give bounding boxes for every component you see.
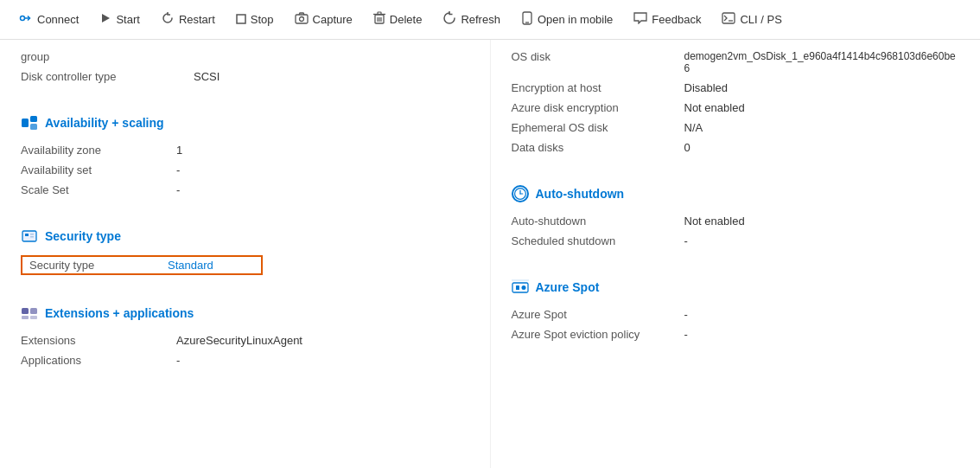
delete-button[interactable]: Delete xyxy=(365,6,431,33)
extensions-title: Extensions + applications xyxy=(21,305,469,322)
prop-label: Data disks xyxy=(512,138,684,157)
prop-value: - xyxy=(176,160,469,180)
right-column: OS disk demogen2vm_OsDisk_1_e960a4f1414b… xyxy=(491,40,981,468)
prop-value: Not enabled xyxy=(684,98,960,118)
prop-value: N/A xyxy=(684,118,960,138)
start-label: Start xyxy=(116,13,139,26)
start-icon xyxy=(99,12,111,27)
os-disk-prop: OS disk demogen2vm_OsDisk_1_e960a4f1414b… xyxy=(512,47,960,78)
refresh-button[interactable]: Refresh xyxy=(434,6,509,33)
autoshutdown-icon xyxy=(512,185,529,202)
table-row: Scheduled shutdown- xyxy=(512,231,960,251)
svg-rect-20 xyxy=(25,234,29,236)
refresh-label: Refresh xyxy=(461,13,500,26)
autoshutdown-title: Auto-shutdown xyxy=(512,185,960,202)
svg-rect-23 xyxy=(22,308,29,314)
os-disk-value: demogen2vm_OsDisk_1_e960a4f1414b4c968103… xyxy=(684,50,960,74)
svg-point-32 xyxy=(521,285,525,290)
refresh-icon xyxy=(442,11,456,28)
prop-label: Ephemeral OS disk xyxy=(512,118,684,138)
stop-icon xyxy=(236,13,246,27)
security-section: Security type Security type Standard xyxy=(21,215,469,277)
svg-rect-14 xyxy=(722,13,735,23)
restart-label: Restart xyxy=(179,13,215,26)
prop-label: Azure Spot xyxy=(512,305,684,324)
svg-rect-26 xyxy=(30,316,37,319)
stop-label: Stop xyxy=(251,13,274,26)
svg-point-0 xyxy=(21,16,25,21)
disk-controller-prop: Disk controller type SCSI xyxy=(21,67,469,87)
prop-label: Applications xyxy=(21,350,176,370)
security-type-label: Security type xyxy=(29,259,168,272)
prop-value: AzureSecurityLinuxAgent xyxy=(176,330,469,350)
toolbar: Connect Start Restart Stop Ca xyxy=(0,0,980,40)
extensions-icon xyxy=(21,305,38,322)
prop-label: Scale Set xyxy=(21,180,176,200)
svg-point-5 xyxy=(299,17,303,22)
svg-rect-22 xyxy=(30,236,34,238)
group-label: group xyxy=(21,50,194,63)
feedback-label: Feedback xyxy=(652,13,701,26)
azurespot-title: Azure Spot xyxy=(512,279,960,296)
content-area: group Disk controller type SCSI Availabi… xyxy=(0,40,980,468)
prop-label: Availability set xyxy=(21,160,176,180)
svg-rect-31 xyxy=(516,285,519,290)
svg-rect-19 xyxy=(22,231,36,241)
autoshutdown-title-text: Auto-shutdown xyxy=(536,187,625,201)
feedback-button[interactable]: Feedback xyxy=(625,7,710,32)
security-type-value: Standard xyxy=(168,259,213,272)
security-icon xyxy=(21,228,38,245)
table-row: Availability set- xyxy=(21,160,469,180)
prop-label: Azure disk encryption xyxy=(512,98,684,118)
table-row: Azure disk encryptionNot enabled xyxy=(512,98,960,118)
availability-section: Availability + scaling Availability zone… xyxy=(21,102,469,200)
group-prop: group xyxy=(21,47,469,67)
connect-icon xyxy=(19,11,33,28)
prop-value: - xyxy=(176,180,469,200)
availability-icon xyxy=(21,114,38,131)
prop-label: Encryption at host xyxy=(512,78,684,98)
autoshutdown-props: Auto-shutdownNot enabledScheduled shutdo… xyxy=(512,211,960,251)
open-mobile-label: Open in mobile xyxy=(538,13,613,26)
table-row: Auto-shutdownNot enabled xyxy=(512,211,960,231)
table-row: Availability zone1 xyxy=(21,140,469,160)
restart-button[interactable]: Restart xyxy=(152,6,224,33)
table-row: ExtensionsAzureSecurityLinuxAgent xyxy=(21,330,469,350)
svg-marker-2 xyxy=(102,14,110,22)
prop-label: Availability zone xyxy=(21,140,176,160)
capture-label: Capture xyxy=(313,13,353,26)
prop-label: Azure Spot eviction policy xyxy=(512,324,684,344)
table-row: Applications- xyxy=(21,350,469,370)
cli-ps-button[interactable]: CLI / PS xyxy=(713,7,790,32)
prop-label: Scheduled shutdown xyxy=(512,231,684,251)
disk-controller-label: Disk controller type xyxy=(21,70,194,83)
extensions-section: Extensions + applications ExtensionsAzur… xyxy=(21,292,469,370)
disk-controller-value: SCSI xyxy=(194,70,220,83)
left-column: group Disk controller type SCSI Availabi… xyxy=(0,40,491,468)
prop-label: Auto-shutdown xyxy=(512,211,684,231)
prop-value: - xyxy=(176,350,469,370)
prop-value: 0 xyxy=(684,138,960,157)
open-mobile-button[interactable]: Open in mobile xyxy=(512,6,621,33)
capture-button[interactable]: Capture xyxy=(286,7,361,32)
capture-icon xyxy=(295,12,309,27)
prop-value: 1 xyxy=(176,140,469,160)
open-mobile-icon xyxy=(521,11,533,28)
cli-ps-label: CLI / PS xyxy=(740,13,781,26)
connect-button[interactable]: Connect xyxy=(10,6,87,33)
stop-button[interactable]: Stop xyxy=(227,8,283,32)
availability-props: Availability zone1Availability set-Scale… xyxy=(21,140,469,200)
prop-value: - xyxy=(684,324,960,344)
svg-rect-21 xyxy=(30,234,34,235)
top-partial-left: group Disk controller type SCSI xyxy=(21,40,469,87)
start-button[interactable]: Start xyxy=(91,7,148,32)
azurespot-props: Azure Spot-Azure Spot eviction policy- xyxy=(512,305,960,344)
azurespot-section: Azure Spot Azure Spot-Azure Spot evictio… xyxy=(512,266,960,344)
restart-icon xyxy=(161,11,175,28)
table-row: Azure Spot eviction policy- xyxy=(512,324,960,344)
cli-ps-icon xyxy=(722,12,735,27)
extensions-props: ExtensionsAzureSecurityLinuxAgentApplica… xyxy=(21,330,469,370)
feedback-icon xyxy=(633,12,647,27)
os-disk-props: Encryption at hostDisabledAzure disk enc… xyxy=(512,78,960,157)
azurespot-title-text: Azure Spot xyxy=(536,280,600,294)
